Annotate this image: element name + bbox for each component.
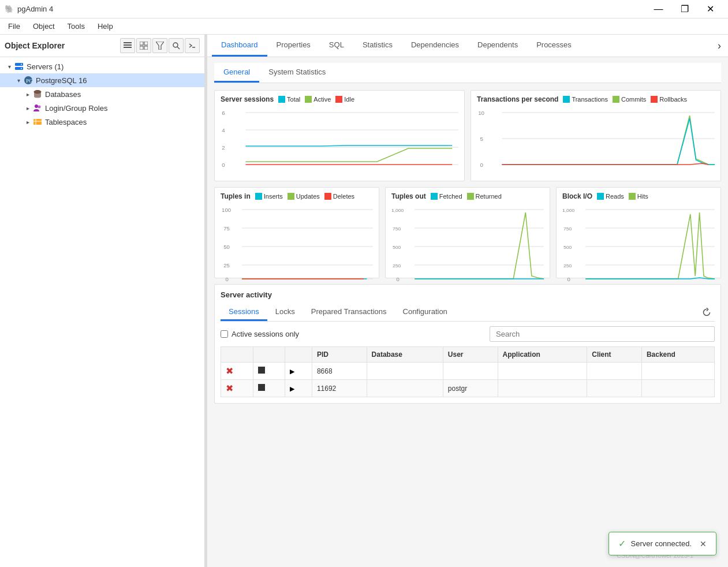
titlebar: 🐘 pgAdmin 4 — ❐ ✕ — [0, 0, 728, 18]
cell-application — [498, 380, 587, 397]
legend-returned-dot — [467, 193, 474, 200]
legend-deletes: Deletes — [324, 193, 354, 200]
titlebar-left: 🐘 pgAdmin 4 — [5, 5, 53, 13]
postgresql-icon: PG — [23, 75, 33, 85]
tab-dependents[interactable]: Dependents — [468, 35, 527, 57]
menu-file[interactable]: File — [2, 20, 26, 33]
bottom-charts-row: Tuples in Inserts Updates Deletes — [214, 187, 721, 278]
col-expand — [285, 347, 312, 363]
sidebar-toolbar — [120, 38, 200, 53]
sidebar-title: Object Explorer — [5, 41, 65, 50]
tuples-out-chart: 1,000 750 500 250 0 — [391, 204, 544, 273]
error-icon[interactable]: ✖ — [226, 383, 233, 393]
table-view-icon — [140, 42, 148, 50]
sidebar-icon-search[interactable] — [169, 38, 184, 53]
sub-tab-system[interactable]: System Statistics — [259, 63, 335, 83]
tree-item-roles[interactable]: ▸ Login/Group Roles — [0, 101, 204, 115]
svg-text:250: 250 — [393, 263, 401, 268]
block-io-card: Block I/O Reads Hits — [556, 187, 721, 278]
chevron-right-icon: ▸ — [23, 105, 32, 111]
filter-icon — [156, 42, 164, 50]
minimize-button[interactable]: — — [645, 0, 671, 18]
tab-dashboard[interactable]: Dashboard — [212, 35, 267, 57]
svg-point-8 — [173, 43, 178, 47]
search-input[interactable] — [490, 326, 715, 342]
role-icon — [32, 103, 43, 113]
stop-icon[interactable] — [258, 367, 265, 374]
cell-pid: 11692 — [312, 380, 367, 397]
tree-item-tablespaces[interactable]: ▸ Tablespaces — [0, 115, 204, 129]
terminal-icon — [188, 42, 196, 50]
tree-item-postgresql[interactable]: ▾ PG PostgreSQL 16 — [0, 73, 204, 87]
chevron-down-icon: ▾ — [14, 77, 23, 84]
server-activity-card: Server activity Sessions Locks Prepared … — [214, 284, 721, 404]
tab-statistics[interactable]: Statistics — [353, 35, 402, 57]
table-row: ✖ ▶ 11692 postgr — [221, 380, 715, 397]
col-action1 — [221, 347, 253, 363]
tab-processes[interactable]: Processes — [527, 35, 581, 57]
legend-reads: Reads — [597, 193, 624, 200]
menu-tools[interactable]: Tools — [62, 20, 91, 33]
tab-properties[interactable]: Properties — [267, 35, 320, 57]
tab-dependencies[interactable]: Dependencies — [402, 35, 468, 57]
svg-point-13 — [21, 64, 22, 65]
servers-label: Servers (1) — [27, 62, 64, 71]
server-icon — [14, 61, 24, 72]
expand-button[interactable]: ▶ — [290, 385, 294, 393]
svg-text:50: 50 — [223, 244, 230, 250]
app-title: pgAdmin 4 — [17, 5, 53, 13]
search-icon — [172, 42, 180, 50]
svg-text:500: 500 — [563, 245, 572, 250]
table-header-row: PID Database User Application Client Bac… — [221, 347, 715, 363]
col-client: Client — [587, 347, 642, 363]
tree-item-servers[interactable]: ▾ Servers (1) — [0, 59, 204, 73]
active-sessions-checkbox[interactable] — [221, 330, 228, 338]
sidebar-icon-filter[interactable] — [152, 38, 167, 53]
sidebar-icon-display[interactable] — [120, 38, 135, 53]
svg-text:250: 250 — [563, 263, 572, 268]
col-pid: PID — [312, 347, 367, 363]
close-button[interactable]: ✕ — [697, 0, 723, 18]
maximize-button[interactable]: ❐ — [671, 0, 697, 18]
error-icon[interactable]: ✖ — [226, 366, 233, 376]
legend-total: Total — [278, 96, 300, 103]
menu-help[interactable]: Help — [92, 20, 119, 33]
legend-inserts-dot — [255, 193, 262, 200]
svg-text:0: 0 — [396, 277, 399, 282]
row-expand: ▶ — [285, 380, 312, 397]
stop-icon[interactable] — [258, 384, 265, 391]
tree-item-databases[interactable]: ▸ Databases — [0, 87, 204, 101]
activity-tab-locks[interactable]: Locks — [267, 304, 303, 321]
sub-tab-general[interactable]: General — [214, 63, 259, 83]
legend-active-dot — [305, 96, 312, 103]
tab-sql[interactable]: SQL — [320, 35, 353, 57]
refresh-button[interactable] — [699, 304, 715, 320]
display-icon — [124, 42, 132, 50]
row-terminate: ✖ — [221, 363, 253, 380]
sidebar-icon-terminal[interactable] — [185, 38, 200, 53]
svg-text:0: 0 — [222, 162, 225, 168]
legend-tx-dot — [563, 96, 570, 103]
legend-updates-dot — [288, 193, 294, 200]
tab-more-icon[interactable]: › — [715, 38, 723, 54]
activity-tab-sessions[interactable]: Sessions — [221, 304, 267, 321]
svg-point-19 — [35, 105, 38, 108]
svg-rect-0 — [124, 42, 132, 43]
svg-text:25: 25 — [223, 263, 230, 268]
menubar: File Object Tools Help — [0, 18, 728, 35]
main-tab-bar: Dashboard Properties SQL Statistics Depe… — [207, 35, 728, 57]
menu-object[interactable]: Object — [27, 20, 61, 33]
legend-active: Active — [305, 96, 331, 103]
expand-button[interactable]: ▶ — [290, 368, 294, 375]
sidebar-icon-table[interactable] — [136, 38, 151, 53]
activity-tab-config[interactable]: Configuration — [395, 304, 456, 321]
legend-fetched-dot — [431, 193, 438, 200]
activity-tab-prepared[interactable]: Prepared Transactions — [303, 304, 395, 321]
cell-backend — [641, 380, 714, 397]
dashboard-content: General System Statistics Server session… — [207, 57, 728, 567]
sidebar-header: Object Explorer — [0, 35, 204, 57]
titlebar-buttons: — ❐ ✕ — [645, 0, 723, 18]
chevron-right-icon: ▸ — [23, 91, 32, 98]
legend-hits: Hits — [629, 193, 648, 200]
toast-close-button[interactable]: ✕ — [700, 539, 707, 549]
